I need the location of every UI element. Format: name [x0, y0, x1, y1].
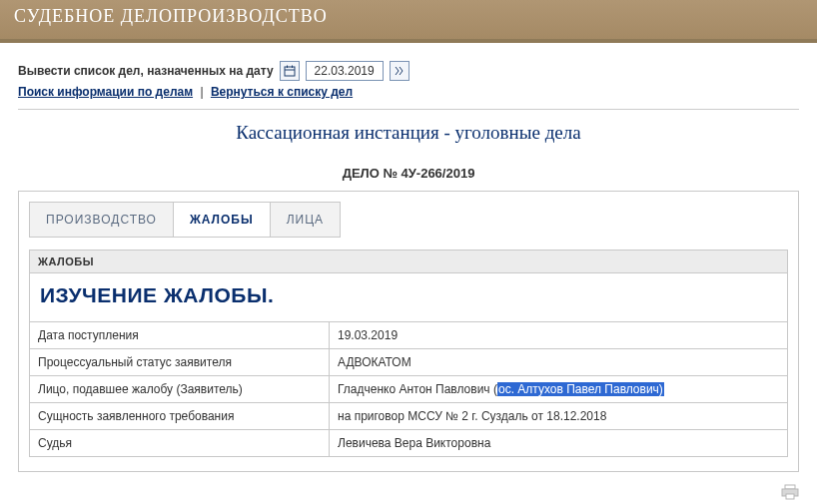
row-value: на приговор МССУ № 2 г. Суздаль от 18.12…: [330, 403, 788, 430]
footer: [0, 478, 817, 504]
tab-production[interactable]: ПРОИЗВОДСТВО: [29, 202, 174, 238]
row-label: Лицо, подавшее жалобу (Заявитель): [30, 376, 330, 403]
table-row: Лицо, подавшее жалобу (Заявитель) Гладче…: [30, 376, 788, 403]
divider: [18, 109, 799, 110]
tab-complaints[interactable]: ЖАЛОБЫ: [173, 202, 271, 238]
row-value: 19.03.2019: [330, 322, 788, 349]
link-separator: |: [200, 85, 203, 99]
main-content: Вывести список дел, назначенных на дату …: [0, 43, 817, 478]
arrows-icon: [394, 65, 406, 77]
app-title: СУДЕБНОЕ ДЕЛОПРОИЗВОДСТВО: [14, 6, 803, 27]
calendar-icon: [284, 65, 296, 77]
panel-title: ИЗУЧЕНИЕ ЖАЛОБЫ.: [29, 273, 788, 321]
details-table: Дата поступления 19.03.2019 Процессуальн…: [29, 321, 788, 457]
back-to-list-link[interactable]: Вернуться к списку дел: [211, 85, 353, 99]
svg-rect-2: [287, 66, 288, 69]
row-label: Дата поступления: [30, 322, 330, 349]
calendar-picker-button[interactable]: [280, 61, 300, 81]
svg-rect-6: [786, 494, 794, 499]
nav-links: Поиск информации по делам | Вернуться к …: [18, 85, 799, 99]
tabs: ПРОИЗВОДСТВО ЖАЛОБЫ ЛИЦА: [29, 202, 788, 238]
date-controls: Вывести список дел, назначенных на дату …: [18, 61, 799, 81]
case-number: ДЕЛО № 4У-266/2019: [18, 166, 799, 181]
row-label: Процессуальный статус заявителя: [30, 349, 330, 376]
highlighted-person: ос. Алтухов Павел Павлович): [497, 382, 664, 396]
row-value: Гладченко Антон Павлович (ос. Алтухов Па…: [330, 376, 788, 403]
table-row: Судья Левичева Вера Викторовна: [30, 430, 788, 457]
table-row: Сущность заявленного требования на приго…: [30, 403, 788, 430]
tab-persons[interactable]: ЛИЦА: [270, 202, 341, 238]
date-input[interactable]: 22.03.2019: [306, 61, 384, 81]
app-header: СУДЕБНОЕ ДЕЛОПРОИЗВОДСТВО: [0, 0, 817, 43]
case-frame: ПРОИЗВОДСТВО ЖАЛОБЫ ЛИЦА ЖАЛОБЫ ИЗУЧЕНИЕ…: [18, 191, 799, 472]
table-row: Процессуальный статус заявителя АДВОКАТО…: [30, 349, 788, 376]
section-title: Кассационная инстанция - уголовные дела: [18, 122, 799, 144]
applicant-name: Гладченко Антон Павлович (: [338, 382, 497, 396]
row-value: Левичева Вера Викторовна: [330, 430, 788, 457]
panel-header: ЖАЛОБЫ: [29, 250, 788, 273]
print-button[interactable]: [781, 489, 799, 503]
table-row: Дата поступления 19.03.2019: [30, 322, 788, 349]
svg-rect-3: [292, 66, 293, 69]
date-submit-button[interactable]: [390, 61, 409, 81]
svg-rect-0: [285, 67, 295, 76]
search-cases-link[interactable]: Поиск информации по делам: [18, 85, 193, 99]
row-value: АДВОКАТОМ: [330, 349, 788, 376]
date-control-label: Вывести список дел, назначенных на дату: [18, 64, 274, 78]
row-label: Сущность заявленного требования: [30, 403, 330, 430]
row-label: Судья: [30, 430, 330, 457]
svg-rect-4: [785, 485, 795, 489]
printer-icon: [781, 484, 799, 500]
